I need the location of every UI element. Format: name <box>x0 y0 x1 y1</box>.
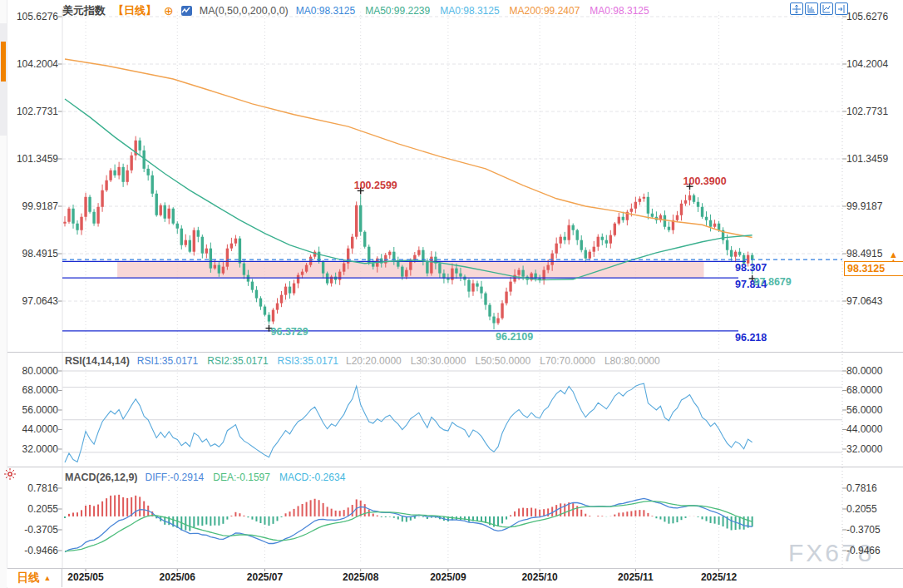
macd-title[interactable]: MACD(26,12,9) <box>65 472 138 483</box>
pan-crosshair-icon[interactable] <box>790 2 803 15</box>
main-axis-label: 102.7731 <box>846 106 901 117</box>
rsi-axis-label: 44.0000 <box>846 424 901 435</box>
panel-separator-rsi-macd <box>0 467 903 467</box>
main-chart-header: 美元指数 【日线】 ⊕ MA(0,50,0,200,0,0) MA0:98.31… <box>62 3 649 18</box>
macd-axis-label: -0.9466 <box>846 546 901 556</box>
value-label: MA50:99.2239 <box>365 5 430 17</box>
value-label: RSI1:35.0171 <box>137 355 198 367</box>
price-annotation: 97.8679 <box>754 277 812 288</box>
macd-diff-line <box>65 498 752 551</box>
panel-separator-main-rsi <box>0 352 903 353</box>
timeframe-button[interactable]: 日线 ▲ <box>7 569 62 587</box>
macd-axis-label: -0.3705 <box>846 525 901 536</box>
value-label: RSI2:35.0171 <box>207 355 268 367</box>
main-axis-label: 102.7731 <box>5 106 58 117</box>
collapse-right-icon[interactable] <box>835 2 848 15</box>
rsi-title[interactable]: RSI(14,14,14) <box>65 355 130 367</box>
candlestick-chart[interactable] <box>0 0 903 588</box>
left-scroll-rail <box>0 0 7 588</box>
value-label: L20:20.0000 <box>346 355 402 367</box>
main-axis-label: 101.3459 <box>5 154 58 165</box>
value-label: L70:70.0000 <box>540 355 595 367</box>
main-axis-label: 99.9187 <box>5 201 58 212</box>
macd-axis-label: 0.7816 <box>846 483 901 494</box>
main-gridlines <box>58 17 846 301</box>
value-label: L50:50.0000 <box>475 355 530 367</box>
macd-values-row: DIFF:-0.2914DEA:-0.1597MACD:-0.2634 <box>146 472 346 483</box>
main-axis-label: 97.0643 <box>5 296 58 307</box>
main-axis-label: 101.3459 <box>846 154 901 165</box>
rsi-axis-label: 56.0000 <box>5 405 58 416</box>
rsi-gridlines <box>58 371 846 452</box>
main-axis-label: 97.0643 <box>846 296 901 307</box>
value-label: DIFF:-0.2914 <box>146 472 205 483</box>
x-axis-scale-icon[interactable] <box>820 2 833 15</box>
value-label: MA0:98.3125 <box>296 5 355 17</box>
value-label: MA0:98.3125 <box>440 5 499 17</box>
settings-sun-icon[interactable] <box>4 468 16 482</box>
main-axis-label: 99.9187 <box>846 201 901 212</box>
candles-layer <box>63 136 753 329</box>
rsi-axis-label: 80.0000 <box>846 366 901 377</box>
macd-axis-label: 0.7816 <box>5 483 58 494</box>
xaxis-separator <box>0 568 903 569</box>
value-label: L30:30.0000 <box>411 355 466 367</box>
symbol-title: 美元指数 <box>62 3 106 18</box>
value-label: MACD:-0.2634 <box>279 472 345 483</box>
macd-axis-label: 0.2055 <box>5 504 58 515</box>
y-axis-scale-icon[interactable] <box>805 2 818 15</box>
main-axis-label: 105.6276 <box>5 12 58 22</box>
rsi-values-row: RSI1:35.0171RSI2:35.0171RSI3:35.0171 <box>137 355 338 367</box>
timeframe-button-label: 日线 <box>17 571 40 586</box>
month-label: 2025/05 <box>61 571 111 583</box>
month-label: 2025/09 <box>423 571 473 583</box>
month-label: 2025/12 <box>694 571 744 583</box>
value-label: MA0:98.3125 <box>590 5 649 17</box>
main-axis-label: 104.2004 <box>846 59 901 70</box>
trading-chart-app: FX678 美元指数 【日线】 ⊕ MA(0,50,0,200,0,0) MA0… <box>0 0 903 588</box>
rsi-axis-label: 32.0000 <box>5 444 58 455</box>
ma-formula-label[interactable]: MA(0,50,0,200,0,0) <box>200 5 289 17</box>
rsi-axis-label: 80.0000 <box>5 366 58 377</box>
month-label: 2025/10 <box>515 571 565 583</box>
support-line-label: 98.307 <box>735 263 785 274</box>
price-annotation: 100.2599 <box>354 180 412 191</box>
price-annotation: 96.2109 <box>496 332 554 343</box>
rsi-axis-label: 68.0000 <box>5 385 58 396</box>
timeframe-tag[interactable]: 【日线】 <box>113 3 156 18</box>
rsi-axis-label: 44.0000 <box>5 424 58 435</box>
main-axis-label: 104.2004 <box>5 59 58 70</box>
value-label: DEA:-0.1597 <box>213 472 270 483</box>
value-label: L80:80.0000 <box>604 355 660 367</box>
month-gridlines <box>86 12 719 571</box>
macd-axis-label: -0.3705 <box>5 525 58 536</box>
value-label: MA200:99.2407 <box>510 5 580 17</box>
month-label: 2025/08 <box>336 571 386 583</box>
month-label: 2025/11 <box>610 571 660 583</box>
macd-axis-label: -0.9466 <box>5 546 58 556</box>
main-axis-label: 98.4915 <box>5 249 58 259</box>
month-label: 2025/06 <box>152 571 202 583</box>
rsi-axis-label: 68.0000 <box>846 385 901 396</box>
month-label: 2025/07 <box>240 571 290 583</box>
main-axis-label: 105.6276 <box>846 12 901 22</box>
price-annotation: 96.3729 <box>271 327 329 338</box>
chart-toolbar <box>790 2 848 15</box>
support-line-label: 96.218 <box>735 333 785 343</box>
value-label: RSI3:35.0171 <box>278 355 338 367</box>
indicator-chart-icon[interactable] <box>181 6 192 16</box>
macd-dea-line <box>65 502 752 551</box>
rsi-axis-label: 32.0000 <box>846 444 901 455</box>
price-up-arrow-icon: ▲▲ <box>889 250 898 264</box>
macd-header: MACD(26,12,9) DIFF:-0.2914DEA:-0.1597MAC… <box>65 472 345 483</box>
ma-values-row: MA0:98.3125MA50:99.2239MA0:98.3125MA200:… <box>296 5 649 17</box>
rsi-axis-label: 56.0000 <box>846 405 901 416</box>
timeframe-up-arrow-icon: ▲ <box>44 574 52 582</box>
rsi-header: RSI(14,14,14) RSI1:35.0171RSI2:35.0171RS… <box>65 355 660 367</box>
rsi-line <box>65 383 752 462</box>
price-annotation: 100.3900 <box>683 176 742 187</box>
macd-axis-label: 0.2055 <box>846 504 901 515</box>
add-indicator-icon[interactable]: ⊕ <box>164 6 174 16</box>
rsi-levels-row: L20:20.0000L30:30.0000L50:50.0000L70:70.… <box>346 355 660 367</box>
scrollbar-thumb[interactable] <box>1 42 6 82</box>
